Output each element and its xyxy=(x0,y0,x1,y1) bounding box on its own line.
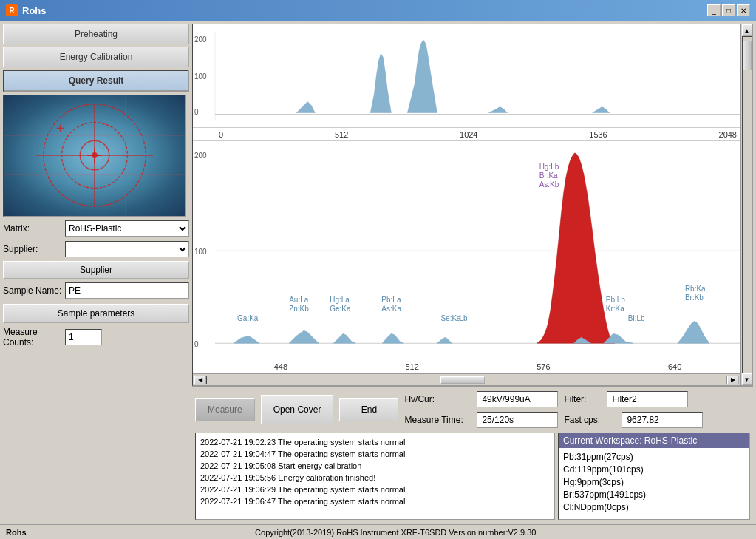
right-panel: 200 100 0 xyxy=(192,21,756,524)
result-cd: Cd:119ppm(101cps) xyxy=(563,464,745,476)
fast-cps-value: 9627.82 xyxy=(622,412,703,428)
main-x-label-512: 512 xyxy=(405,362,418,371)
svg-text:As:Ka: As:Ka xyxy=(381,305,401,313)
svg-text:200: 200 xyxy=(194,35,207,44)
svg-text:Pb:La: Pb:La xyxy=(381,296,401,304)
svg-text:100: 100 xyxy=(194,248,207,256)
svg-text:200: 200 xyxy=(194,152,207,160)
scroll-vthumb[interactable] xyxy=(743,41,752,70)
svg-marker-19 xyxy=(407,40,437,112)
svg-text:Zn:Kb: Zn:Kb xyxy=(289,305,309,313)
matrix-select[interactable]: RoHS-Plastic xyxy=(65,220,189,237)
window-controls: _ □ ✕ xyxy=(707,4,750,16)
filter-value: Filter2 xyxy=(607,391,688,407)
svg-text:Hg:Lb: Hg:Lb xyxy=(539,163,559,171)
sample-params-button[interactable]: Sample parameters xyxy=(3,304,189,323)
scroll-right-button[interactable]: ▶ xyxy=(727,376,739,384)
supplier-button[interactable]: Supplier xyxy=(3,261,189,279)
top-x-label-1536: 1536 xyxy=(589,130,607,139)
main-container: Preheating Energy Calibration Query Resu… xyxy=(0,21,756,524)
sample-name-row: Sample Name: xyxy=(3,282,189,299)
svg-text:Pb:Lb: Pb:Lb xyxy=(606,296,626,304)
svg-marker-49 xyxy=(289,330,319,343)
svg-text:Au:La: Au:La xyxy=(289,296,309,304)
svg-marker-50 xyxy=(333,333,355,343)
scroll-vtrack[interactable] xyxy=(742,36,752,373)
top-x-label-0: 0 xyxy=(219,130,223,139)
app-icon: R xyxy=(6,4,18,16)
main-x-label-640: 640 xyxy=(668,362,681,371)
filter-label: Filter: xyxy=(564,394,601,404)
main-chart-svg: 200 100 0 Hg:Lb Br:Ka As:Kb Ga:Ka xyxy=(193,141,740,360)
hv-cur-value: 49kV/999uA xyxy=(477,391,558,407)
hv-cur-label: Hv/Cur: xyxy=(404,394,471,404)
scroll-left-button[interactable]: ◀ xyxy=(194,376,206,384)
log-entry-0: 2022-07-21 19:02:23 The operating system… xyxy=(200,436,550,448)
measure-counts-input[interactable] xyxy=(65,329,102,345)
vertical-scrollbar[interactable]: ▲ ▼ xyxy=(740,24,752,385)
horizontal-scrollbar[interactable]: ◀ ▶ xyxy=(193,373,740,385)
nav-buttons: Preheating Energy Calibration Query Resu… xyxy=(3,24,189,92)
svg-marker-18 xyxy=(370,53,391,112)
svg-text:Kr:Ka: Kr:Ka xyxy=(606,305,624,313)
svg-text:100: 100 xyxy=(194,73,207,81)
matrix-label: Matrix: xyxy=(3,223,62,234)
svg-text:Ge:Ka: Ge:Ka xyxy=(330,305,351,313)
main-x-axis: 448 512 576 640 xyxy=(193,360,740,373)
fast-cps-label: Fast cps: xyxy=(564,415,616,425)
measure-button[interactable]: Measure xyxy=(195,398,255,421)
supplier-label: Supplier: xyxy=(3,244,62,254)
log-entry-2: 2022-07-21 19:05:08 Start energy calibra… xyxy=(200,460,550,472)
controls-bar: Measure Open Cover End Hv/Cur: 49kV/999u… xyxy=(192,386,753,433)
svg-marker-51 xyxy=(382,333,403,343)
bottom-row: 2022-07-21 19:02:23 The operating system… xyxy=(192,433,753,521)
log-panel: 2022-07-21 19:02:23 The operating system… xyxy=(195,433,555,520)
camera-view xyxy=(3,95,186,217)
sample-name-label: Sample Name: xyxy=(3,285,62,296)
results-panel: Current Workspace: RoHS-Plastic Pb:31ppm… xyxy=(558,433,750,520)
close-button[interactable]: ✕ xyxy=(737,4,750,16)
svg-text:0: 0 xyxy=(194,108,199,116)
preheating-button[interactable]: Preheating xyxy=(3,24,189,44)
open-cover-button[interactable]: Open Cover xyxy=(261,395,334,424)
energy-calibration-button[interactable]: Energy Calibration xyxy=(3,47,189,67)
scroll-down-button[interactable]: ▼ xyxy=(742,373,752,385)
measure-time-value: 25/120s xyxy=(477,412,558,428)
svg-marker-22 xyxy=(593,107,610,113)
scroll-up-button[interactable]: ▲ xyxy=(742,24,752,36)
main-x-label-448: 448 xyxy=(274,362,287,371)
results-header: Current Workspace: RoHS-Plastic xyxy=(559,433,749,448)
control-info: Hv/Cur: 49kV/999uA Filter: Filter2 Measu… xyxy=(404,391,750,428)
main-x-label-576: 576 xyxy=(537,362,550,371)
svg-text:Lb: Lb xyxy=(459,314,468,322)
measure-counts-row: Measure Counts: xyxy=(3,326,189,348)
svg-marker-20 xyxy=(296,102,315,113)
svg-text:Br:Kb: Br:Kb xyxy=(685,294,704,302)
log-entry-1: 2022-07-21 19:04:47 The operating system… xyxy=(200,448,550,460)
scroll-track[interactable] xyxy=(206,376,727,384)
end-button[interactable]: End xyxy=(339,398,398,421)
result-cl: Cl:NDppm(0cps) xyxy=(563,501,745,514)
svg-marker-55 xyxy=(678,321,709,343)
result-pb: Pb:31ppm(27cps) xyxy=(563,451,745,464)
svg-text:Ga:Ka: Ga:Ka xyxy=(237,314,259,322)
hv-cur-row: Hv/Cur: 49kV/999uA Filter: Filter2 xyxy=(404,391,750,407)
maximize-button[interactable]: □ xyxy=(722,4,735,16)
svg-text:0: 0 xyxy=(194,340,199,348)
supplier-select[interactable] xyxy=(65,241,189,257)
sample-name-input[interactable] xyxy=(65,282,189,299)
svg-text:As:Kb: As:Kb xyxy=(539,180,559,189)
chart-main: 200 100 0 Hg:Lb Br:Ka As:Kb Ga:Ka xyxy=(193,141,740,360)
scroll-thumb[interactable] xyxy=(440,376,485,384)
minimize-button[interactable]: _ xyxy=(707,4,721,16)
top-x-label-1024: 1024 xyxy=(460,130,477,139)
log-entry-3: 2022-07-21 19:05:56 Energy calibration f… xyxy=(200,472,550,484)
log-entry-5: 2022-07-21 19:06:47 The operating system… xyxy=(200,495,550,507)
matrix-row: Matrix: RoHS-Plastic xyxy=(3,220,189,237)
svg-text:Bi:Lb: Bi:Lb xyxy=(628,314,645,322)
query-result-button[interactable]: Query Result xyxy=(3,70,189,92)
results-content: Pb:31ppm(27cps) Cd:119ppm(101cps) Hg:9pp… xyxy=(559,448,749,517)
svg-text:Br:Ka: Br:Ka xyxy=(539,172,558,180)
left-panel: Preheating Energy Calibration Query Resu… xyxy=(0,21,192,524)
svg-marker-21 xyxy=(489,107,508,113)
